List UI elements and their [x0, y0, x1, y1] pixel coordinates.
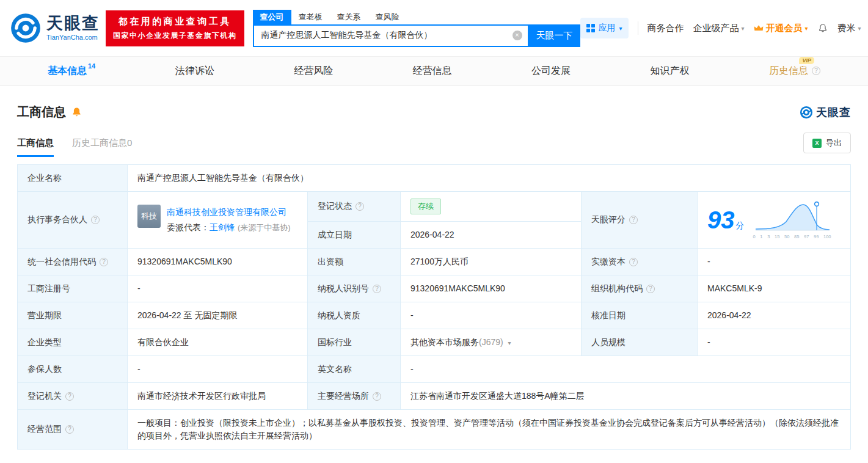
- subscribe-bell-icon[interactable]: [71, 106, 82, 118]
- clear-icon[interactable]: ×: [512, 31, 522, 40]
- org-code-label: 组织机构代码?: [582, 275, 698, 302]
- help-icon[interactable]: ?: [629, 216, 638, 224]
- business-info-table: 企业名称 南通产控思源人工智能先导基金（有限合伙） 执行事务合伙人? 科技 南通…: [17, 164, 851, 450]
- help-icon[interactable]: ?: [65, 392, 74, 401]
- divider: [638, 21, 638, 35]
- chevron-down-icon: ▾: [619, 25, 622, 32]
- company-name-value: 南通产控思源人工智能先导基金（有限合伙）: [128, 165, 851, 192]
- taxpayer-quality-value: -: [401, 302, 582, 329]
- apps-label: 应用: [599, 23, 616, 34]
- search-input[interactable]: [254, 26, 528, 46]
- subtab-business-info[interactable]: 工商信息: [17, 137, 54, 157]
- search-button[interactable]: 天眼一下: [529, 24, 580, 47]
- business-place-value: 江苏省南通市开发区通盛大道188号A幢第二层: [401, 382, 851, 409]
- logo-domain-text: TianYanCha.com: [46, 34, 100, 41]
- search-tab-company[interactable]: 查公司: [253, 10, 291, 24]
- rep-source: (来源于中基协): [238, 223, 291, 232]
- table-row: 企业名称 南通产控思源人工智能先导基金（有限合伙）: [18, 165, 851, 192]
- tab-history-info[interactable]: VIP 历史信息 ?: [769, 65, 820, 78]
- insured-count-value: -: [128, 355, 308, 382]
- tab-company-development[interactable]: 公司发展: [531, 65, 571, 78]
- table-row: 营业期限 2026-04-22 至 无固定期限 纳税人资质 - 核准日期 202…: [18, 302, 851, 329]
- bell-icon: [817, 23, 828, 34]
- establish-date-value: 2026-04-22: [401, 221, 582, 248]
- company-type-value: 有限合伙企业: [128, 329, 308, 355]
- help-icon[interactable]: ?: [646, 285, 655, 293]
- table-row: 参保人数 - 英文名称 -: [18, 355, 851, 382]
- reg-authority-value: 南通市经济技术开发区行政审批局: [128, 382, 308, 409]
- partner-company-link[interactable]: 南通科技创业投资管理有限公司: [167, 207, 286, 217]
- subtab-history-business-info[interactable]: 历史工商信息0: [72, 137, 132, 157]
- help-icon[interactable]: ?: [100, 258, 108, 266]
- watermark-logo: 天眼查: [800, 105, 851, 120]
- tab-intellectual-property[interactable]: 知识产权: [651, 65, 690, 78]
- business-scope-value: 一般项目：创业投资（限投资未上市企业）；以私募基金从事股权投资、投资管理、资产管…: [128, 409, 851, 449]
- status-badge: 存续: [410, 199, 441, 214]
- score-curve-chart: [753, 200, 831, 233]
- company-type-label: 企业类型: [18, 329, 128, 355]
- executive-partner-label: 执行事务合伙人?: [18, 192, 128, 249]
- menu-enterprise-products[interactable]: 企业级产品 ▾: [693, 23, 745, 34]
- menu-cooperation[interactable]: 商务合作: [647, 23, 684, 34]
- business-term-value: 2026-04-22 至 无固定期限: [128, 302, 308, 329]
- search-tabs: 查公司 查老板 查关系 查风险: [253, 10, 580, 24]
- search-bar: × 天眼一下: [253, 24, 580, 47]
- reg-status-label: 登记状态?: [308, 192, 401, 222]
- english-name-value: -: [401, 355, 851, 382]
- table-row: 统一社会信用代码? 91320691MAKC5MLK90 出资额 27100万人…: [18, 248, 851, 275]
- help-icon[interactable]: ?: [373, 392, 381, 401]
- help-icon[interactable]: ?: [65, 425, 74, 434]
- business-term-label: 营业期限: [18, 302, 128, 329]
- credit-code-value: 91320691MAKC5MLK90: [128, 248, 308, 275]
- notification-bell-button[interactable]: [817, 23, 828, 34]
- tab-label: 法律诉讼: [175, 65, 214, 78]
- user-menu[interactable]: 费米 ▾: [837, 23, 861, 34]
- search-tab-risk[interactable]: 查风险: [368, 10, 407, 24]
- subtabs: 工商信息 历史工商信息0: [17, 137, 132, 157]
- tab-label: 经营信息: [413, 65, 452, 78]
- partner-logo: 科技: [137, 205, 161, 228]
- slogan-line2: 国家中小企业发展子基金旗下机构: [113, 31, 237, 41]
- export-button[interactable]: X 导出: [803, 133, 851, 153]
- help-icon[interactable]: ?: [812, 67, 820, 75]
- tab-label: 经营风险: [294, 65, 333, 78]
- rep-name-link[interactable]: 王剑锋: [210, 222, 235, 232]
- table-row: 工商注册号 - 纳税人识别号? 91320691MAKC5MLK90 组织机构代…: [18, 275, 851, 302]
- search-tab-relation[interactable]: 查关系: [330, 10, 368, 24]
- open-vip-button[interactable]: 开通会员 ▾: [754, 23, 808, 34]
- chevron-down-icon: ▾: [858, 25, 861, 32]
- tianyan-score-label: 天眼评分?: [582, 192, 698, 249]
- tab-operating-info[interactable]: 经营信息: [413, 65, 452, 78]
- help-icon[interactable]: ?: [91, 216, 100, 224]
- section-title: 工商信息: [17, 104, 66, 120]
- chevron-down-icon: ▾: [805, 25, 808, 32]
- company-name-label: 企业名称: [18, 165, 128, 192]
- search-tab-boss[interactable]: 查老板: [291, 10, 330, 24]
- tianyan-score-value: 93分 0 1 3: [698, 192, 851, 249]
- help-icon[interactable]: ?: [629, 258, 638, 266]
- paid-capital-value: -: [698, 248, 851, 275]
- company-nav-tabs: 基本信息 14 法律诉讼 经营风险 经营信息 公司发展 知识产权 VIP 历史信…: [0, 56, 868, 86]
- credit-code-label: 统一社会信用代码?: [18, 248, 128, 275]
- excel-icon: X: [812, 139, 822, 148]
- approval-date-value: 2026-04-22: [698, 302, 851, 329]
- chevron-down-icon[interactable]: ▾: [508, 340, 511, 346]
- subtab-row: 工商信息 历史工商信息0 X 导出: [17, 133, 851, 157]
- taxpayer-id-value: 91320691MAKC5MLK90: [401, 275, 582, 302]
- search-input-wrap: ×: [253, 24, 529, 47]
- logo-brand-text: 天眼查: [46, 15, 100, 32]
- tianyancha-logo[interactable]: 天眼查 TianYanCha.com: [10, 12, 100, 44]
- help-icon[interactable]: ?: [373, 285, 381, 293]
- capital-label: 出资额: [308, 248, 401, 275]
- table-row: 经营范围? 一般项目：创业投资（限投资未上市企业）；以私募基金从事股权投资、投资…: [18, 409, 851, 449]
- tab-operating-risk[interactable]: 经营风险: [294, 65, 333, 78]
- staff-size-label: 人员规模: [582, 329, 698, 355]
- slogan-line1: 都在用的商业查询工具: [113, 16, 237, 27]
- tab-legal-litigation[interactable]: 法律诉讼: [175, 65, 214, 78]
- help-icon[interactable]: ?: [356, 202, 364, 211]
- establish-date-label: 成立日期: [308, 221, 401, 248]
- main-content: 工商信息 天眼查 工商信息 历史工商信息0 X 导出: [0, 104, 868, 450]
- apps-button[interactable]: 应用 ▾: [580, 18, 629, 38]
- industry-value: 其他资本市场服务(J679) ▾: [401, 329, 582, 355]
- tab-basic-info[interactable]: 基本信息 14: [48, 65, 95, 78]
